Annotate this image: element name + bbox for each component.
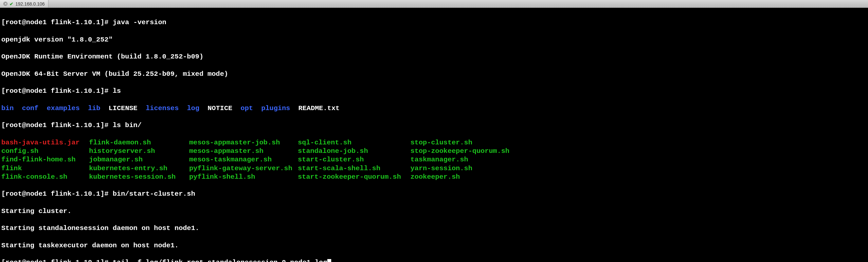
- file-lib: lib: [88, 105, 100, 112]
- file-kubernetes-session.sh: kubernetes-session.sh: [89, 173, 189, 181]
- file-flink-console.sh: flink-console.sh: [1, 173, 89, 181]
- command: ls bin/: [113, 121, 142, 129]
- terminal-line: [root@node1 flink-1.10.1]# bin/start-clu…: [1, 190, 867, 198]
- file-start-cluster.sh: start-cluster.sh: [298, 155, 410, 164]
- bin-row: flinkkubernetes-entry.shpyflink-gateway-…: [1, 164, 867, 173]
- prompt: [root@node1 flink-1.10.1]#: [1, 190, 113, 198]
- file-bin: bin: [1, 105, 14, 112]
- close-icon[interactable]: ✕: [3, 2, 7, 6]
- terminal-line: [root@node1 flink-1.10.1]# java -version: [1, 18, 867, 27]
- file-log: log: [187, 105, 199, 112]
- file-conf: conf: [22, 105, 38, 112]
- file-README.txt: README.txt: [299, 105, 340, 112]
- prompt: [root@node1 flink-1.10.1]#: [1, 18, 113, 26]
- file-zookeeper.sh: zookeeper.sh: [410, 173, 460, 181]
- file-licenses: licenses: [146, 105, 179, 112]
- bin-grid: bash-java-utils.jarflink-daemon.shmesos-…: [1, 139, 867, 181]
- file-pyflink-gateway-server.sh: pyflink-gateway-server.sh: [189, 164, 298, 173]
- file-stop-zookeeper-quorum.sh: stop-zookeeper-quorum.sh: [410, 147, 509, 155]
- file-mesos-taskmanager.sh: mesos-taskmanager.sh: [189, 155, 298, 164]
- ls-output-row: bin conf examples lib LICENSE licenses l…: [1, 104, 867, 113]
- terminal-line: openjdk version "1.8.0_252": [1, 36, 867, 44]
- file-config.sh: config.sh: [1, 147, 89, 155]
- terminal-output[interactable]: [root@node1 flink-1.10.1]# java -version…: [0, 8, 868, 262]
- file-flink: flink: [1, 164, 89, 173]
- file-sql-client.sh: sql-client.sh: [298, 139, 410, 147]
- terminal-line: OpenJDK Runtime Environment (build 1.8.0…: [1, 52, 867, 61]
- terminal-line: Starting cluster.: [1, 207, 867, 216]
- check-icon: ✔: [9, 1, 13, 6]
- file-kubernetes-entry.sh: kubernetes-entry.sh: [89, 164, 189, 173]
- file-jobmanager.sh: jobmanager.sh: [89, 155, 189, 164]
- prompt: [root@node1 flink-1.10.1]#: [1, 87, 113, 95]
- file-mesos-appmaster-job.sh: mesos-appmaster-job.sh: [189, 139, 298, 147]
- terminal-line: OpenJDK 64-Bit Server VM (build 25.252-b…: [1, 70, 867, 78]
- terminal-line: [root@node1 flink-1.10.1]# ls: [1, 87, 867, 96]
- tab-title: 192.168.0.106: [16, 1, 45, 6]
- bin-row: flink-console.shkubernetes-session.shpyf…: [1, 173, 867, 181]
- file-historyserver.sh: historyserver.sh: [89, 147, 189, 155]
- command: ls: [113, 87, 121, 95]
- file-flink-daemon.sh: flink-daemon.sh: [89, 139, 189, 147]
- prompt: [root@node1 flink-1.10.1]#: [1, 259, 113, 262]
- command: tail -f log/flink-root-standalonesession…: [113, 259, 327, 262]
- terminal-line: Starting standalonesession daemon on hos…: [1, 224, 867, 233]
- file-pyflink-shell.sh: pyflink-shell.sh: [189, 173, 298, 181]
- file-start-scala-shell.sh: start-scala-shell.sh: [298, 164, 410, 173]
- file-examples: examples: [47, 105, 80, 112]
- command: bin/start-cluster.sh: [113, 190, 195, 198]
- file-mesos-appmaster.sh: mesos-appmaster.sh: [189, 147, 298, 155]
- file-stop-cluster.sh: stop-cluster.sh: [410, 139, 472, 147]
- bin-row: bash-java-utils.jarflink-daemon.shmesos-…: [1, 139, 867, 147]
- bin-row: find-flink-home.shjobmanager.shmesos-tas…: [1, 155, 867, 164]
- file-yarn-session.sh: yarn-session.sh: [410, 164, 472, 173]
- terminal-line: Starting taskexecutor daemon on host nod…: [1, 241, 867, 250]
- terminal-tab[interactable]: ✕ ✔ 192.168.0.106: [0, 0, 49, 7]
- terminal-line: [root@node1 flink-1.10.1]# tail -f log/f…: [1, 258, 867, 262]
- file-taskmanager.sh: taskmanager.sh: [410, 155, 468, 164]
- command: java -version: [113, 18, 166, 26]
- prompt: [root@node1 flink-1.10.1]#: [1, 121, 113, 129]
- file-bash-java-utils.jar: bash-java-utils.jar: [1, 139, 89, 147]
- file-plugins: plugins: [261, 105, 290, 112]
- cursor: [327, 259, 331, 262]
- file-opt: opt: [241, 105, 253, 112]
- file-LICENSE: LICENSE: [108, 105, 137, 112]
- file-start-zookeeper-quorum.sh: start-zookeeper-quorum.sh: [298, 173, 410, 181]
- file-standalone-job.sh: standalone-job.sh: [298, 147, 410, 155]
- bin-row: config.shhistoryserver.shmesos-appmaster…: [1, 147, 867, 155]
- file-find-flink-home.sh: find-flink-home.sh: [1, 155, 89, 164]
- file-NOTICE: NOTICE: [208, 105, 232, 112]
- tab-bar: ✕ ✔ 192.168.0.106: [0, 0, 868, 8]
- terminal-line: [root@node1 flink-1.10.1]# ls bin/: [1, 121, 867, 130]
